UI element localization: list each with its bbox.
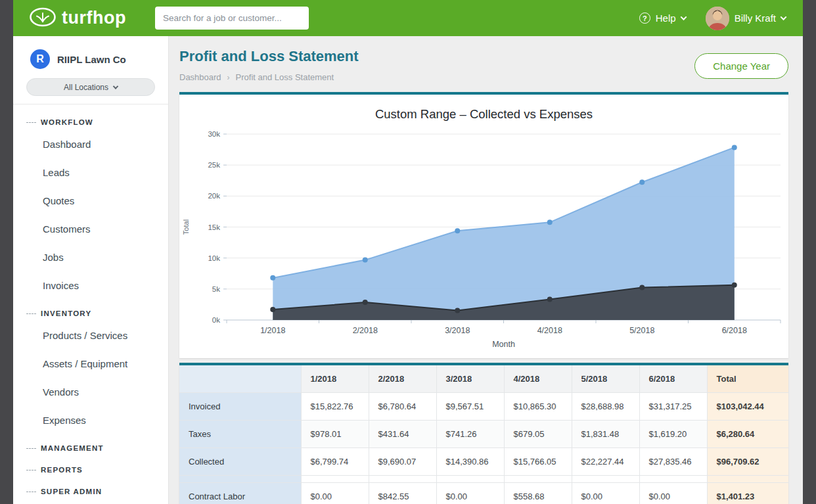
sidebar-item-leads[interactable]: Leads	[13, 158, 168, 187]
sidebar-section-label: INVENTORY	[41, 309, 91, 317]
value-cell: $10,865.30	[504, 393, 572, 421]
app-window: turfhop ? Help Billy Kraft	[13, 0, 803, 504]
spacer-cell	[436, 476, 504, 483]
area-chart: 0k5k10k15k20k25k30k1/20182/20183/20184/2…	[179, 124, 788, 353]
spacer-cell	[707, 476, 788, 483]
svg-text:2/2018: 2/2018	[353, 326, 378, 335]
table-row-collected: Collected$6,799.74$9,690.07$14,390.86$15…	[179, 448, 788, 476]
svg-text:1/2018: 1/2018	[260, 326, 285, 335]
column-header: Total	[707, 365, 788, 393]
sidebar-item-invoices[interactable]: Invoices	[13, 271, 168, 300]
table-header-row: 1/20182/20183/20184/20185/20186/2018Tota…	[179, 365, 788, 393]
sidebar-item-expenses[interactable]: Expenses	[13, 406, 168, 434]
svg-text:10k: 10k	[208, 254, 220, 262]
column-header: 5/2018	[572, 365, 639, 393]
column-header	[179, 365, 301, 393]
value-cell: $9,567.51	[436, 393, 504, 421]
breadcrumb-separator: ›	[227, 73, 230, 82]
search-input[interactable]	[155, 7, 309, 30]
value-cell: $0.00	[572, 483, 639, 504]
svg-text:25k: 25k	[208, 161, 220, 169]
sidebar-section-workflow[interactable]: WORKFLOW	[13, 108, 168, 130]
company-header: R RIIPL Lawn Co	[13, 36, 168, 78]
sidebar-section-management[interactable]: MANAGEMENT	[13, 434, 168, 456]
column-header: 3/2018	[436, 365, 504, 393]
row-label: Taxes	[179, 421, 301, 448]
spacer-cell	[504, 476, 572, 483]
location-selector[interactable]: All Locations	[26, 78, 155, 96]
tree-branch-icon	[26, 313, 36, 314]
tree-branch-icon	[26, 448, 36, 449]
sidebar-item-products-services[interactable]: Products / Services	[13, 321, 168, 350]
value-cell: $842.55	[369, 483, 436, 504]
value-cell: $22,227.44	[572, 448, 639, 476]
value-cell: $1,831.48	[572, 421, 639, 448]
value-cell: $14,390.86	[436, 448, 504, 476]
sidebar-item-jobs[interactable]: Jobs	[13, 243, 168, 271]
company-logo: R	[30, 49, 50, 69]
brand[interactable]: turfhop	[29, 7, 126, 30]
sidebar-item-assets-equipment[interactable]: Assets / Equipment	[13, 350, 168, 378]
total-cell: $103,042.44	[707, 393, 788, 421]
pnl-table-card: 1/20182/20183/20184/20185/20186/2018Tota…	[179, 363, 788, 504]
sidebar-section-label: SUPER ADMIN	[41, 488, 102, 495]
svg-text:5k: 5k	[212, 285, 220, 293]
sidebar-item-customers[interactable]: Customers	[13, 215, 168, 243]
sidebar-item-quotes[interactable]: Quotes	[13, 187, 168, 215]
row-label: Invoiced	[179, 393, 301, 421]
value-cell: $1,619.20	[639, 421, 707, 448]
navbar-right: ? Help Billy Kraft	[639, 7, 786, 30]
sidebar-section-reports[interactable]: REPORTS	[13, 456, 168, 478]
chevron-down-icon	[781, 14, 787, 20]
sidebar-section-label: WORKFLOW	[41, 118, 93, 126]
sidebar-nav: WORKFLOWDashboardLeadsQuotesCustomersJob…	[13, 104, 168, 499]
breadcrumb: Dashboard›Profit and Loss Statement	[179, 72, 359, 82]
total-cell: $6,280.64	[707, 421, 788, 448]
tree-branch-icon	[26, 122, 36, 123]
value-cell: $9,690.07	[369, 448, 436, 476]
page-title: Profit and Loss Statement	[179, 48, 359, 65]
change-year-button[interactable]: Change Year	[694, 53, 788, 79]
sidebar-section-label: MANAGEMENT	[41, 444, 104, 452]
spacer-cell	[179, 476, 301, 483]
brand-name: turfhop	[62, 8, 126, 28]
section-spacer-row	[179, 476, 788, 483]
value-cell: $15,822.76	[301, 393, 369, 421]
user-menu[interactable]: Billy Kraft	[706, 7, 786, 30]
sidebar-section-label: REPORTS	[41, 466, 83, 474]
svg-text:6/2018: 6/2018	[722, 326, 747, 335]
row-label: Collected	[179, 448, 301, 476]
table-row-invoiced: Invoiced$15,822.76$6,780.64$9,567.51$10,…	[179, 393, 788, 421]
value-cell: $978.01	[301, 421, 369, 448]
help-menu[interactable]: ? Help	[639, 12, 686, 24]
value-cell: $741.26	[436, 421, 504, 448]
sidebar-item-vendors[interactable]: Vendors	[13, 378, 168, 406]
table-row-taxes: Taxes$978.01$431.64$741.26$679.05$1,831.…	[179, 421, 788, 448]
sidebar-company-block: R RIIPL Lawn Co All Locations	[13, 36, 168, 104]
total-cell: $1,401.23	[707, 483, 788, 504]
spacer-cell	[301, 476, 369, 483]
breadcrumb-item-profit-and-loss-statement: Profit and Loss Statement	[236, 72, 334, 82]
sidebar-section-inventory[interactable]: INVENTORY	[13, 300, 168, 321]
breadcrumb-item-dashboard[interactable]: Dashboard	[179, 72, 221, 82]
spacer-cell	[572, 476, 639, 483]
value-cell: $28,688.98	[572, 393, 639, 421]
spacer-cell	[369, 476, 436, 483]
help-icon: ?	[639, 12, 650, 24]
page-header: Profit and Loss Statement Dashboard›Prof…	[179, 36, 788, 92]
sidebar-item-dashboard[interactable]: Dashboard	[13, 130, 168, 158]
sidebar-section-super-admin[interactable]: SUPER ADMIN	[13, 478, 168, 499]
tree-branch-icon	[26, 470, 36, 470]
avatar	[706, 7, 729, 30]
spacer-cell	[639, 476, 707, 483]
company-name: RIIPL Lawn Co	[57, 54, 126, 65]
chart-card: Custom Range – Collected vs Expenses 0k5…	[179, 92, 788, 358]
value-cell: $6,799.74	[301, 448, 369, 476]
table-row-contract-labor: Contract Labor$0.00$842.55$0.00$558.68$0…	[179, 483, 788, 504]
row-label: Contract Labor	[179, 483, 301, 504]
value-cell: $31,317.25	[639, 393, 707, 421]
chevron-down-icon	[113, 83, 118, 89]
svg-text:20k: 20k	[208, 192, 220, 200]
value-cell: $0.00	[436, 483, 504, 504]
pnl-table: 1/20182/20183/20184/20185/20186/2018Tota…	[179, 365, 788, 504]
